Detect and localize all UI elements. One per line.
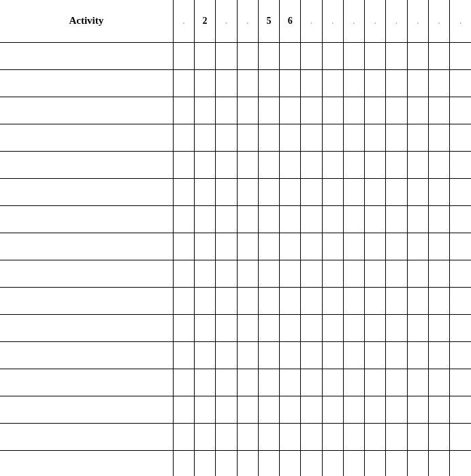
grid-cell[interactable]	[450, 369, 471, 396]
grid-cell[interactable]	[322, 69, 343, 97]
grid-cell[interactable]	[280, 124, 301, 151]
grid-cell[interactable]	[386, 233, 407, 260]
grid-cell[interactable]	[428, 69, 449, 97]
grid-cell[interactable]	[173, 260, 194, 287]
grid-cell[interactable]	[194, 396, 215, 423]
grid-cell[interactable]	[258, 233, 279, 260]
grid-cell[interactable]	[194, 97, 215, 124]
grid-cell[interactable]	[216, 450, 237, 476]
grid-cell[interactable]	[386, 69, 407, 97]
grid-cell[interactable]	[343, 69, 364, 97]
grid-cell[interactable]	[301, 124, 322, 151]
grid-cell[interactable]	[450, 314, 471, 341]
grid-cell[interactable]	[365, 42, 386, 69]
grid-cell[interactable]	[301, 396, 322, 423]
grid-cell[interactable]	[173, 423, 194, 450]
grid-cell[interactable]	[428, 233, 449, 260]
grid-cell[interactable]	[407, 124, 428, 151]
grid-cell[interactable]	[258, 205, 279, 233]
grid-cell[interactable]	[450, 341, 471, 369]
grid-cell[interactable]	[386, 369, 407, 396]
grid-cell[interactable]	[450, 423, 471, 450]
grid-cell[interactable]	[343, 314, 364, 341]
grid-cell[interactable]	[322, 287, 343, 314]
grid-cell[interactable]	[216, 205, 237, 233]
grid-cell[interactable]	[365, 314, 386, 341]
grid-cell[interactable]	[216, 423, 237, 450]
grid-cell[interactable]	[173, 233, 194, 260]
grid-cell[interactable]	[301, 423, 322, 450]
grid-cell[interactable]	[237, 42, 258, 69]
grid-cell[interactable]	[428, 287, 449, 314]
activity-cell[interactable]	[0, 314, 173, 341]
grid-cell[interactable]	[258, 450, 279, 476]
grid-cell[interactable]	[258, 260, 279, 287]
grid-cell[interactable]	[237, 260, 258, 287]
grid-cell[interactable]	[173, 205, 194, 233]
grid-cell[interactable]	[428, 42, 449, 69]
grid-cell[interactable]	[407, 369, 428, 396]
grid-cell[interactable]	[428, 205, 449, 233]
grid-cell[interactable]	[237, 314, 258, 341]
grid-cell[interactable]	[216, 69, 237, 97]
grid-cell[interactable]	[301, 314, 322, 341]
grid-cell[interactable]	[237, 69, 258, 97]
grid-cell[interactable]	[280, 97, 301, 124]
grid-cell[interactable]	[407, 97, 428, 124]
grid-cell[interactable]	[194, 450, 215, 476]
activity-cell[interactable]	[0, 450, 173, 476]
grid-cell[interactable]	[237, 450, 258, 476]
grid-cell[interactable]	[216, 124, 237, 151]
grid-cell[interactable]	[301, 42, 322, 69]
activity-cell[interactable]	[0, 260, 173, 287]
grid-cell[interactable]	[386, 287, 407, 314]
grid-cell[interactable]	[216, 341, 237, 369]
grid-cell[interactable]	[173, 97, 194, 124]
grid-cell[interactable]	[237, 396, 258, 423]
grid-cell[interactable]	[365, 124, 386, 151]
grid-cell[interactable]	[428, 341, 449, 369]
grid-cell[interactable]	[365, 423, 386, 450]
grid-cell[interactable]	[407, 287, 428, 314]
grid-cell[interactable]	[450, 396, 471, 423]
grid-cell[interactable]	[343, 287, 364, 314]
grid-cell[interactable]	[280, 178, 301, 205]
grid-cell[interactable]	[343, 396, 364, 423]
grid-cell[interactable]	[280, 205, 301, 233]
grid-cell[interactable]	[194, 233, 215, 260]
grid-cell[interactable]	[386, 260, 407, 287]
grid-cell[interactable]	[428, 396, 449, 423]
grid-cell[interactable]	[343, 124, 364, 151]
grid-cell[interactable]	[365, 396, 386, 423]
grid-cell[interactable]	[280, 151, 301, 178]
grid-cell[interactable]	[386, 396, 407, 423]
grid-cell[interactable]	[173, 69, 194, 97]
grid-cell[interactable]	[450, 260, 471, 287]
grid-cell[interactable]	[428, 450, 449, 476]
grid-cell[interactable]	[450, 233, 471, 260]
grid-cell[interactable]	[280, 450, 301, 476]
grid-cell[interactable]	[237, 369, 258, 396]
grid-cell[interactable]	[428, 151, 449, 178]
grid-cell[interactable]	[343, 450, 364, 476]
grid-cell[interactable]	[258, 396, 279, 423]
grid-cell[interactable]	[365, 69, 386, 97]
grid-cell[interactable]	[343, 260, 364, 287]
grid-cell[interactable]	[386, 341, 407, 369]
grid-cell[interactable]	[258, 151, 279, 178]
grid-cell[interactable]	[194, 314, 215, 341]
activity-cell[interactable]	[0, 287, 173, 314]
grid-cell[interactable]	[280, 233, 301, 260]
activity-cell[interactable]	[0, 42, 173, 69]
grid-cell[interactable]	[194, 124, 215, 151]
grid-cell[interactable]	[280, 42, 301, 69]
grid-cell[interactable]	[428, 124, 449, 151]
grid-cell[interactable]	[322, 42, 343, 69]
grid-cell[interactable]	[194, 151, 215, 178]
grid-cell[interactable]	[365, 205, 386, 233]
grid-cell[interactable]	[216, 151, 237, 178]
grid-cell[interactable]	[343, 42, 364, 69]
grid-cell[interactable]	[428, 260, 449, 287]
grid-cell[interactable]	[173, 124, 194, 151]
grid-cell[interactable]	[173, 450, 194, 476]
